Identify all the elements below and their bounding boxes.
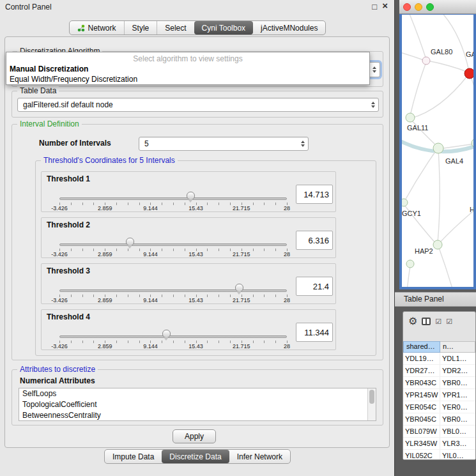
table-cell: YBR0…	[440, 377, 475, 388]
tick-label: 21.715	[233, 297, 250, 303]
scrollbar-thumb[interactable]	[369, 390, 374, 404]
scrollbar[interactable]	[367, 388, 376, 420]
slider-track[interactable]	[59, 243, 287, 246]
group-label-interval-definition: Interval Definition	[17, 119, 82, 128]
tick-label: 15.43	[188, 205, 203, 211]
tab-infer-network[interactable]: Infer Network	[229, 450, 290, 463]
network-node[interactable]	[433, 143, 443, 153]
slider-tick-marks	[59, 249, 288, 251]
tick-label: 21.715	[233, 343, 250, 349]
settings-panel: Discretization Algorithm Select algorith…	[4, 36, 390, 448]
network-node[interactable]	[402, 199, 408, 206]
slider-thumb[interactable]	[126, 238, 134, 246]
tab-label: Infer Network	[237, 452, 282, 461]
network-node[interactable]	[406, 113, 415, 122]
table-row[interactable]: YIL052CYIL0…	[403, 450, 475, 459]
slider-track[interactable]	[59, 335, 287, 338]
tick-label: 28	[284, 251, 290, 257]
gear-icon[interactable]: ⚙	[408, 316, 417, 326]
tab-label: Cyni Toolbox	[202, 24, 245, 33]
columns-icon[interactable]	[422, 318, 431, 325]
zoom-traffic-light-icon[interactable]	[426, 3, 434, 11]
network-node[interactable]	[406, 260, 414, 268]
table-row[interactable]: YBR043CYBR0…	[403, 377, 475, 389]
network-edge	[407, 266, 410, 287]
close-icon[interactable]: ×	[382, 1, 388, 11]
tab-discretize-data[interactable]: Discretize Data	[162, 450, 229, 463]
node-label: H	[470, 206, 473, 213]
network-node[interactable]	[422, 57, 430, 65]
list-item[interactable]: BetweennessCentrality	[19, 410, 376, 421]
column-header-shared[interactable]: shared…	[403, 341, 440, 353]
table-row[interactable]: YLR345WYLR3…	[403, 438, 475, 450]
table-row[interactable]: YDR27…YDR2…	[403, 365, 475, 377]
node-label: GA	[466, 50, 473, 58]
table-cell: YIL0…	[440, 450, 475, 459]
table-cell: YDR27…	[403, 365, 440, 376]
tick-label: 9.144	[143, 343, 158, 349]
tick-label: 2.859	[98, 251, 112, 257]
tab-label: jActiveMNodules	[261, 24, 318, 33]
tab-select[interactable]: Select	[157, 21, 194, 35]
threshold-value-field[interactable]	[296, 185, 333, 204]
node-label: GAL11	[407, 124, 428, 132]
slider-thumb[interactable]	[235, 284, 243, 292]
dropdown-option-equal-width-frequency[interactable]: Equal Width/Frequency Discretization	[6, 74, 369, 84]
select-all-icon[interactable]: ☑	[435, 318, 441, 325]
node-label: GCY1	[402, 210, 421, 217]
table-data-combobox[interactable]: galFiltered.sif default node	[17, 98, 379, 112]
list-item[interactable]: SelfLoops	[19, 388, 376, 399]
apply-button[interactable]: Apply	[173, 429, 216, 443]
tab-network[interactable]: Network	[70, 21, 124, 35]
slider-thumb[interactable]	[187, 192, 195, 200]
slider-track[interactable]	[59, 289, 287, 292]
slider-tick-marks	[59, 295, 288, 297]
table-cell: YBR043C	[403, 377, 440, 388]
network-node[interactable]	[464, 68, 473, 79]
network-node[interactable]	[433, 240, 442, 249]
tab-cyni-toolbox[interactable]: Cyni Toolbox	[194, 21, 253, 35]
tick-label: -3.426	[51, 205, 68, 211]
table-row[interactable]: YPR145WYPR1…	[403, 389, 475, 401]
table-panel-header: Table Panel	[395, 292, 476, 307]
table-row[interactable]: YBL079WYBL0…	[403, 426, 475, 438]
tick-label: 2.859	[98, 343, 112, 349]
numerical-attributes-list[interactable]: SelfLoopsTopologicalCoefficientBetweenne…	[19, 388, 376, 421]
tab-style[interactable]: Style	[124, 21, 157, 35]
threshold-value-field[interactable]	[296, 231, 333, 250]
table-row[interactable]: YDL19…YDL1…	[403, 353, 475, 365]
tab-impute-data[interactable]: Impute Data	[105, 450, 162, 463]
table-cell: YDR2…	[440, 365, 475, 376]
table-row[interactable]: YER054CYER0…	[403, 401, 475, 413]
network-canvas[interactable]: GAL80GAGAL11GAL4GCY1HHAP2	[402, 15, 473, 287]
threshold-value-field[interactable]	[296, 323, 333, 342]
threshold-slider: -3.4262.8599.14415.4321.71528	[42, 310, 335, 349]
tick-label: -3.426	[51, 251, 68, 257]
threshold-value-field[interactable]	[296, 277, 333, 296]
list-item[interactable]: TopologicalCoefficient	[19, 399, 376, 410]
minimize-traffic-light-icon[interactable]	[415, 3, 422, 11]
number-of-intervals-combobox[interactable]: 5	[139, 137, 309, 151]
table-data-value: galFiltered.sif default node	[18, 98, 378, 111]
tick-label: 28	[284, 205, 290, 211]
select-column-icon[interactable]: ☑	[446, 318, 452, 325]
threshold-panel: Threshold 3 -3.4262.8599.14415.4321.7152…	[41, 263, 336, 304]
tab-label: Network	[88, 24, 116, 33]
table-body: YDL19…YDL1…YDR27…YDR2…YBR043CYBR0…YPR145…	[403, 353, 475, 459]
threshold-slider: -3.4262.8599.14415.4321.71528	[42, 218, 335, 257]
network-edge	[427, 61, 468, 72]
network-graph: GAL80GAGAL11GAL4GCY1HHAP2	[402, 15, 473, 287]
dropdown-option-manual-discretization[interactable]: Manual Discretization	[6, 64, 369, 74]
tab-jactivemnodules[interactable]: jActiveMNodules	[253, 21, 325, 35]
float-icon[interactable]: □	[372, 2, 377, 12]
network-window-titlebar[interactable]	[399, 0, 476, 14]
slider-track[interactable]	[59, 197, 287, 200]
number-of-intervals-label: Number of Intervals	[39, 139, 111, 148]
close-traffic-light-icon[interactable]	[403, 3, 411, 11]
network-edge	[410, 62, 426, 116]
network-edge	[438, 246, 453, 287]
table-panel-title: Table Panel	[395, 293, 476, 306]
table-row[interactable]: YBR045CYBR0…	[403, 413, 475, 426]
column-header-name[interactable]: n…	[440, 341, 475, 353]
slider-thumb[interactable]	[162, 330, 171, 338]
